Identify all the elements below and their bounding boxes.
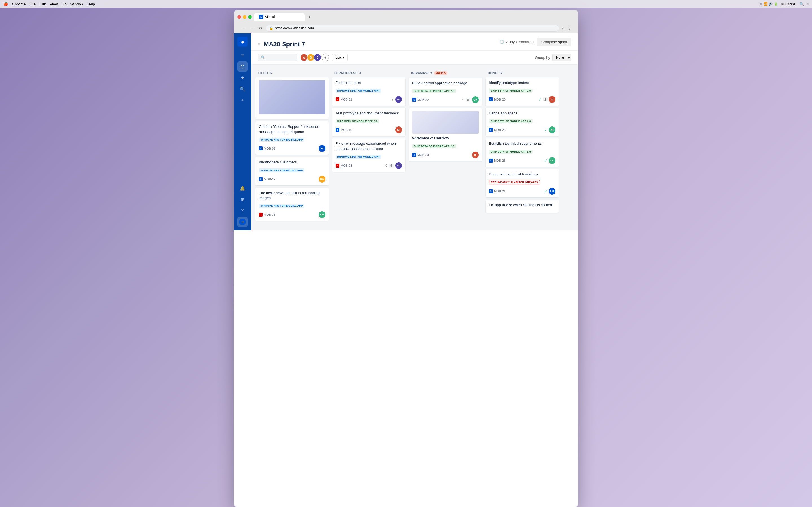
card-mob-08[interactable]: Fix error message experienced when app d… bbox=[332, 138, 405, 172]
card-title: Document technical limitations bbox=[489, 172, 555, 177]
card-avatar: AV bbox=[319, 145, 325, 152]
go-menu[interactable]: Go bbox=[61, 2, 66, 6]
sidebar-home-icon[interactable]: ⬡ bbox=[238, 61, 248, 71]
active-tab[interactable]: A Atlassian bbox=[254, 13, 305, 21]
card-fix-freeze[interactable]: Fix app freeze when Settings is clicked bbox=[486, 200, 559, 213]
card-id: MOB-20 bbox=[494, 98, 506, 101]
help-menu[interactable]: Help bbox=[87, 2, 95, 6]
card-footer: S MOB-23 HI bbox=[412, 152, 479, 158]
card-id: MOB-17 bbox=[264, 177, 275, 181]
system-icons: 🖥 📶 🔊 🔋 bbox=[759, 2, 778, 6]
inreview-column: IN REVIEW 2 MAX: 5 Build Android applica… bbox=[409, 69, 482, 226]
card-epic-tag: IMPROVE NPS FOR MOBILE APP bbox=[336, 155, 381, 159]
card-mob-22[interactable]: Build Android application package SHIP B… bbox=[409, 78, 482, 106]
maximize-button[interactable] bbox=[248, 15, 252, 19]
avatar-filter-3[interactable]: C bbox=[313, 54, 321, 61]
minimize-button[interactable] bbox=[243, 15, 246, 19]
card-mob-25[interactable]: Establish technical requirements SHIP BE… bbox=[486, 138, 559, 166]
card-epic-tag: SHIP BETA OF MOBILE APP 2.0 bbox=[489, 89, 532, 93]
atlassian-logo[interactable]: ◆ bbox=[238, 37, 248, 47]
card-mob-36[interactable]: The invite new user link is not loading … bbox=[255, 187, 329, 221]
new-tab-button[interactable]: + bbox=[306, 13, 313, 20]
done-column: DONE 12 Identify prototype testers SHIP … bbox=[486, 69, 559, 226]
card-mob-01[interactable]: Fix broken links IMPROVE NPS FOR MOBILE … bbox=[332, 77, 405, 106]
sidebar-search-icon[interactable]: 🔍 bbox=[238, 84, 248, 94]
card-id: MOB-26 bbox=[494, 128, 506, 131]
app-layout: ◆ ≡ ⬡ ★ 🔍 + 🔔 ⊞ ? U ≡ MA20 Sprint 7 bbox=[234, 33, 578, 230]
card-id: MOB-21 bbox=[494, 189, 506, 193]
sidebar-profile-icon[interactable]: U bbox=[238, 217, 248, 227]
edit-menu[interactable]: Edit bbox=[40, 2, 46, 6]
card-mob-16[interactable]: Test prototype and document feedback SHI… bbox=[332, 108, 405, 136]
story-icon: S bbox=[489, 159, 493, 163]
card-avatar: LM bbox=[549, 188, 555, 194]
done-label: DONE bbox=[488, 71, 497, 75]
card-footer: S MOB-07 AV bbox=[259, 145, 325, 152]
group-by-section: Group by None bbox=[535, 54, 571, 61]
sidebar-add-icon[interactable]: + bbox=[238, 95, 248, 105]
chrome-menu[interactable]: Chrome bbox=[12, 2, 26, 6]
apple-menu[interactable]: 🍎 bbox=[3, 2, 8, 6]
reload-button[interactable]: ↻ bbox=[258, 25, 263, 31]
sidebar-menu-icon[interactable]: ≡ bbox=[238, 50, 248, 60]
todo-image-card[interactable] bbox=[255, 77, 329, 119]
branch-icon: ◇ bbox=[385, 164, 388, 167]
card-footer: ! MOB-01 ⑂ DE bbox=[336, 96, 402, 103]
file-menu[interactable]: File bbox=[30, 2, 36, 6]
more-button[interactable]: ⋮ bbox=[567, 26, 571, 31]
window-menu[interactable]: Window bbox=[70, 2, 84, 6]
card-footer: S MOB-21 ✓ LM bbox=[489, 188, 555, 194]
card-mob-26[interactable]: Define app specs SHIP BETA OF MOBILE APP… bbox=[486, 108, 559, 136]
check-icon: ✓ bbox=[544, 128, 548, 132]
search-icon[interactable]: 🔍 bbox=[800, 2, 804, 6]
card-title: Fix broken links bbox=[336, 80, 402, 86]
address-bar[interactable]: 🔒 https://www.atlassian.com bbox=[266, 25, 559, 32]
group-by-select[interactable]: None bbox=[552, 54, 571, 61]
card-mob-07[interactable]: Confirm "Contact Support" link sends mes… bbox=[255, 121, 329, 155]
story-points: 6 bbox=[466, 98, 470, 102]
check-icon: ✓ bbox=[544, 189, 548, 193]
card-mob-23[interactable]: Wireframe of user flow SHIP BETA OF MOBI… bbox=[409, 108, 482, 161]
forward-button[interactable]: → bbox=[249, 25, 255, 31]
card-image bbox=[412, 111, 479, 133]
epic-filter-button[interactable]: Epic ▾ bbox=[332, 54, 348, 61]
inprogress-column-header: IN PROGRESS 3 bbox=[332, 69, 405, 77]
inreview-count: 2 bbox=[430, 71, 432, 75]
view-menu[interactable]: View bbox=[50, 2, 57, 6]
bookmark-button[interactable]: ☆ bbox=[561, 26, 565, 31]
sidebar-apps-icon[interactable]: ⊞ bbox=[238, 194, 248, 205]
card-avatar: DE bbox=[395, 96, 402, 103]
clock: Mon 09:41 bbox=[781, 2, 797, 6]
card-id: MOB-25 bbox=[494, 159, 506, 162]
sprint-menu-icon[interactable]: ≡ bbox=[258, 42, 260, 47]
sidebar-star-icon[interactable]: ★ bbox=[238, 73, 248, 83]
story-points: 5 bbox=[389, 164, 394, 168]
story-icon: S bbox=[489, 189, 493, 193]
card-avatar: HI bbox=[472, 152, 479, 158]
url-text: https://www.atlassian.com bbox=[275, 26, 314, 30]
card-id: MOB-07 bbox=[264, 147, 275, 150]
card-mob-17[interactable]: Identify beta customers IMPROVE NPS FOR … bbox=[255, 157, 329, 185]
control-center-icon[interactable]: ≡ bbox=[807, 2, 809, 6]
card-epic-tag: IMPROVE NPS FOR MOBILE APP bbox=[259, 204, 305, 208]
sidebar-notification-icon[interactable]: 🔔 bbox=[238, 183, 248, 193]
card-title: Fix error message experienced when app d… bbox=[336, 141, 402, 151]
complete-sprint-button[interactable]: Complete sprint bbox=[537, 38, 571, 46]
back-button[interactable]: ← bbox=[241, 25, 247, 31]
card-footer: S MOB-25 ✓ KL bbox=[489, 157, 555, 164]
menubar: 🍎 Chrome File Edit View Go Window Help 🖥… bbox=[0, 0, 812, 8]
search-box[interactable]: 🔍 bbox=[258, 54, 297, 61]
story-icon: S bbox=[489, 128, 493, 132]
close-button[interactable] bbox=[238, 15, 241, 19]
sidebar-help-icon[interactable]: ? bbox=[238, 206, 248, 216]
tab-favicon: A bbox=[259, 15, 263, 19]
card-epic-tag: SHIP BETA OF MOBILE APP 2.0 bbox=[412, 89, 456, 93]
card-title: Build Android application package bbox=[412, 80, 479, 86]
card-id: MOB-36 bbox=[264, 213, 275, 216]
card-epic-tag: REDUNDANCY PLAN FOR OUTAGES bbox=[489, 180, 540, 184]
card-mob-21[interactable]: Document technical limitations REDUNDANC… bbox=[486, 169, 559, 198]
check-icon: ✓ bbox=[544, 158, 548, 163]
add-person-button[interactable]: + bbox=[321, 54, 329, 61]
card-mob-20[interactable]: Identify prototype testers SHIP BETA OF … bbox=[486, 77, 559, 106]
done-column-header: DONE 12 bbox=[486, 69, 559, 77]
